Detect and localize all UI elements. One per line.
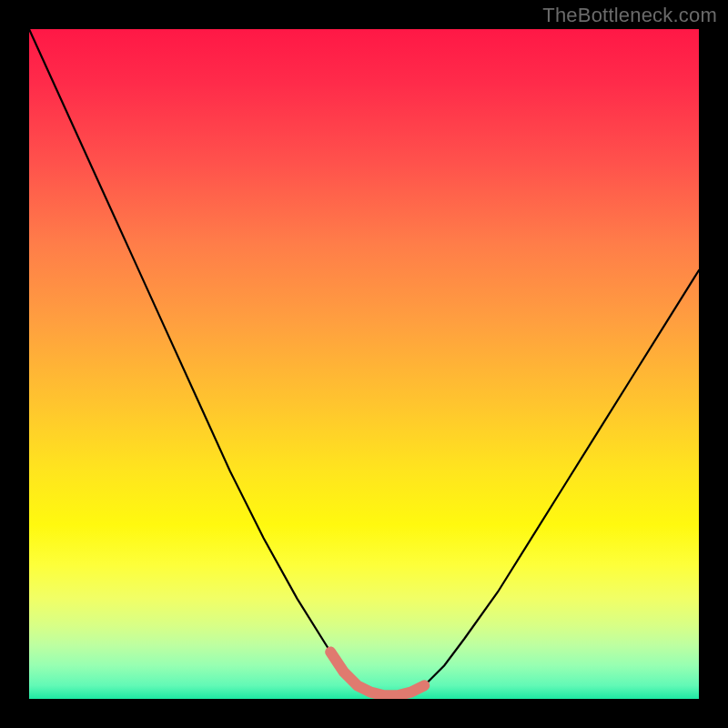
bottleneck-curve	[29, 29, 699, 695]
chart-frame: TheBottleneck.com	[0, 0, 728, 728]
watermark-text: TheBottleneck.com	[542, 4, 717, 27]
floor-band	[330, 652, 424, 695]
curve-layer	[29, 29, 699, 699]
plot-area	[29, 29, 699, 699]
